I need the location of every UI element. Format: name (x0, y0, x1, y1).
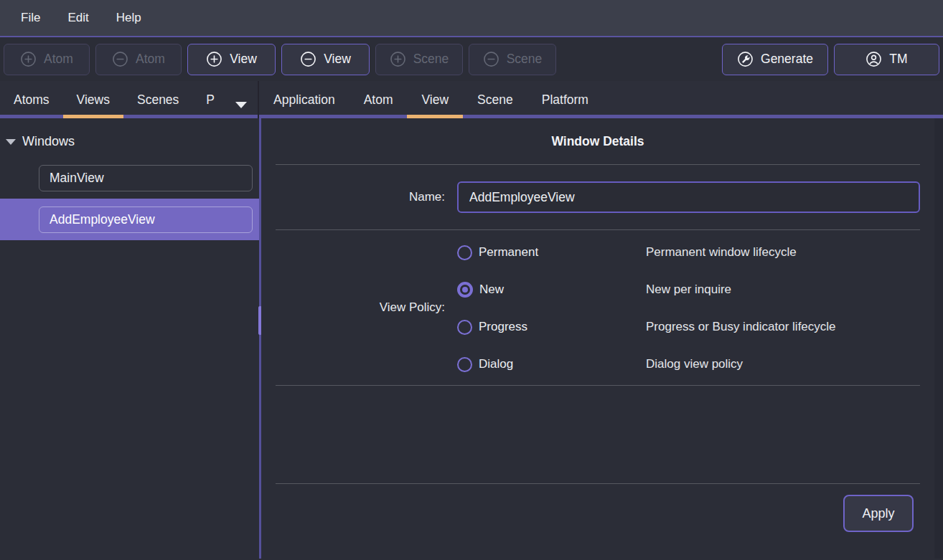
radio-label: New (479, 283, 504, 297)
policy-option-permanent: Permanent Permanent window lifecycle (457, 234, 920, 271)
name-field-row: Name: (276, 165, 920, 230)
remove-atom-label: Atom (136, 52, 165, 67)
radio-label: Progress (479, 320, 527, 334)
toolbar: Atom Atom View View Scene Scene (0, 37, 943, 81)
radio-icon (457, 357, 472, 372)
minus-circle-icon (483, 51, 499, 67)
tab-atom[interactable]: Atom (349, 81, 408, 118)
tab-overflow-button[interactable] (228, 81, 254, 118)
policy-description: Permanent window lifecycle (646, 245, 920, 260)
policy-option-progress: Progress Progress or Busy indicator life… (457, 308, 920, 346)
apply-button[interactable]: Apply (843, 495, 914, 532)
remove-view-button[interactable]: View (281, 44, 370, 75)
minus-circle-icon (112, 51, 128, 67)
view-details-panel: Window Details Name: View Policy: Perman… (261, 118, 943, 559)
right-tab-strip: Application Atom View Scene Platform (259, 81, 943, 118)
radio-label: Dialog (479, 357, 513, 371)
radio-dialog[interactable]: Dialog (457, 357, 646, 372)
generate-button[interactable]: Generate (722, 44, 828, 75)
empty-form-section (276, 386, 920, 484)
add-scene-label: Scene (413, 52, 449, 67)
tm-label: TM (889, 52, 907, 67)
tree-node-windows[interactable]: Windows (0, 125, 259, 157)
tree-item-addemployeeview[interactable]: AddEmployeeView (0, 199, 259, 240)
policy-option-dialog: Dialog Dialog view policy (457, 346, 920, 383)
wrench-circle-icon (737, 51, 754, 67)
policy-description: New per inquire (646, 283, 920, 297)
add-view-label: View (230, 52, 257, 67)
plus-circle-icon (390, 51, 406, 67)
name-input[interactable] (457, 181, 920, 213)
tab-atoms[interactable]: Atoms (0, 81, 63, 118)
view-policy-row: View Policy: Permanent Permanent window … (276, 230, 920, 386)
main-area: Windows MainView AddEmployeeView Window … (0, 118, 943, 559)
menu-edit[interactable]: Edit (58, 8, 98, 28)
window-details-title: Window Details (276, 118, 920, 165)
add-view-button[interactable]: View (187, 44, 276, 75)
remove-scene-button: Scene (469, 44, 556, 75)
view-policy-label: View Policy: (276, 300, 457, 315)
policy-description: Progress or Busy indicator lifecycle (646, 320, 920, 334)
radio-icon (457, 320, 472, 335)
plus-circle-icon (20, 51, 37, 67)
plus-circle-icon (206, 51, 222, 67)
left-tab-strip: Atoms Views Scenes P (0, 81, 259, 118)
tab-scene[interactable]: Scene (463, 81, 527, 118)
user-circle-icon (865, 51, 882, 67)
radio-checked-icon (457, 282, 473, 298)
tab-platform[interactable]: Platform (527, 81, 603, 118)
expander-triangle-icon (6, 139, 16, 145)
radio-progress[interactable]: Progress (457, 320, 646, 335)
menu-bar: File Edit Help (0, 0, 943, 37)
tm-button[interactable]: TM (834, 44, 939, 75)
remove-scene-label: Scene (507, 52, 543, 67)
view-policy-options: Permanent Permanent window lifecycle New… (457, 232, 920, 383)
tab-views[interactable]: Views (63, 81, 123, 118)
add-atom-label: Atom (44, 52, 73, 67)
menu-file[interactable]: File (11, 8, 50, 28)
menu-help[interactable]: Help (107, 8, 151, 28)
add-atom-button: Atom (4, 44, 90, 75)
radio-icon (457, 245, 472, 260)
chevron-down-icon (235, 102, 247, 108)
tab-row: Atoms Views Scenes P Application Atom Vi… (0, 81, 943, 118)
tree-item-mainview[interactable]: MainView (0, 157, 259, 199)
vertical-scrollbar[interactable] (934, 118, 943, 559)
tab-view[interactable]: View (407, 81, 463, 118)
generate-label: Generate (761, 52, 813, 67)
tab-application[interactable]: Application (259, 81, 349, 118)
minus-circle-icon (300, 51, 316, 67)
policy-option-new: New New per inquire (457, 271, 920, 308)
tab-scenes[interactable]: Scenes (123, 81, 192, 118)
radio-label: Permanent (479, 245, 538, 260)
remove-view-label: View (324, 52, 351, 67)
tab-platforms-truncated[interactable]: P (192, 81, 228, 118)
add-scene-button: Scene (375, 44, 463, 75)
tree-item-label: AddEmployeeView (50, 212, 155, 227)
policy-description: Dialog view policy (646, 357, 920, 371)
radio-permanent[interactable]: Permanent (457, 245, 646, 260)
views-tree-panel: Windows MainView AddEmployeeView (0, 118, 259, 559)
name-label: Name: (276, 190, 457, 204)
tree-item-label: MainView (50, 171, 104, 186)
tree-root-label: Windows (22, 134, 75, 149)
footer-row: Apply (276, 484, 920, 532)
radio-new[interactable]: New (457, 282, 646, 298)
remove-atom-button: Atom (95, 44, 182, 75)
